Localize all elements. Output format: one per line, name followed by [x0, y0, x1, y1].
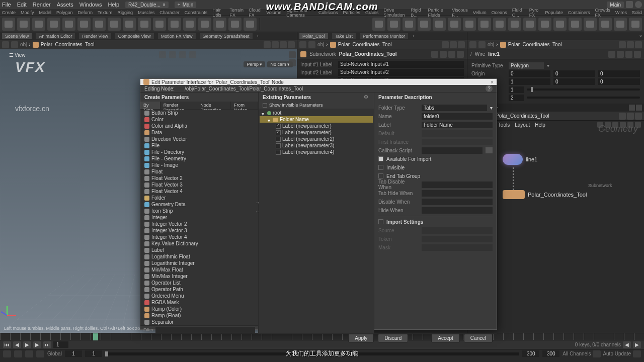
node-line1[interactable]: line1 [503, 154, 537, 165]
origin-z[interactable]: 0 [598, 70, 640, 77]
prim-type-dropdown[interactable]: Polygon [509, 62, 544, 69]
param-type-item[interactable]: Label [140, 247, 258, 253]
param-type-item[interactable]: Integer Vector 4 [140, 234, 258, 240]
ng-close-icon[interactable] [636, 105, 642, 111]
desktop-tab-2[interactable]: + Main [175, 2, 197, 8]
tab-render-view[interactable]: Render View [79, 33, 111, 39]
shelf-tab[interactable]: Texture [98, 10, 113, 15]
origin-y[interactable]: 0 [553, 70, 595, 77]
dropdown-icon[interactable]: ▾ [547, 63, 549, 68]
shelf-tab[interactable]: Polygon [56, 10, 73, 15]
mid-pin-icon[interactable] [442, 41, 449, 48]
select-tool-icon[interactable] [159, 51, 166, 58]
mid-float-icon[interactable] [458, 41, 465, 48]
shelf-tool-metaball[interactable] [228, 18, 242, 31]
filter-input[interactable] [155, 327, 255, 333]
nav-fwd-icon[interactable] [11, 41, 18, 48]
sb-scope-icon[interactable] [14, 350, 22, 357]
param-type-item[interactable]: Separator [140, 319, 258, 325]
param-type-item[interactable]: Ordered Menu [140, 293, 258, 299]
param-type-item[interactable]: Button Strip [140, 110, 258, 116]
drop-icon[interactable] [288, 41, 295, 48]
param-type-item[interactable]: Float Vector 2 [140, 175, 258, 182]
auto-update-label[interactable]: Auto Update [603, 351, 631, 356]
tree-leaf[interactable]: Label (newparameter3) [260, 142, 373, 149]
name-field[interactable]: folder0 [422, 113, 493, 120]
param-type-item[interactable]: Operator List [140, 280, 258, 286]
tab-motionfx[interactable]: Motion FX View [158, 33, 196, 39]
r-path-name[interactable]: Polar_Coordinates_Tool [508, 42, 562, 47]
param-type-item[interactable]: Direction Vector [140, 136, 258, 142]
close-icon[interactable]: × [491, 79, 494, 85]
prev-frame-icon[interactable]: ◀ [13, 341, 21, 348]
info-icon[interactable] [448, 51, 455, 58]
param-type-item[interactable]: File [140, 142, 258, 149]
shelf-tab[interactable]: Constraints [185, 10, 208, 15]
shelf-tool-distant[interactable] [387, 18, 400, 31]
help2-icon[interactable] [457, 51, 464, 58]
tree-leaf[interactable]: Label (newparameter) [260, 123, 373, 129]
show-invisible-row[interactable]: Show Invisible Parameters [259, 102, 374, 109]
shelf-tool-font[interactable] [183, 18, 196, 31]
range-end2[interactable]: 300 [522, 350, 539, 357]
tab-anim-editor[interactable]: Animation Editor [36, 33, 75, 39]
param-type-item[interactable]: Icon Strip [140, 208, 258, 214]
shelf-tab[interactable]: Fluid C... [512, 8, 524, 18]
r-fwd-icon[interactable] [478, 41, 486, 48]
import-checkbox[interactable] [378, 219, 383, 224]
shelf-tool-null[interactable] [77, 18, 91, 31]
shelf-tab[interactable]: Muscles [138, 10, 154, 15]
tab-node-props[interactable]: Node Properties [197, 102, 231, 109]
r-info-icon[interactable] [625, 51, 632, 58]
path-node-name[interactable]: Polar_Coordinates_Tool [41, 42, 95, 47]
shelf-tab[interactable]: Viscous F... [452, 8, 467, 18]
view-menu[interactable]: ☰View [9, 52, 26, 58]
shelf-tool-line[interactable] [93, 18, 106, 31]
shelf-tool-environment-light[interactable] [448, 18, 461, 31]
shelf-tool-l-system[interactable] [213, 18, 226, 31]
shelf-tab[interactable]: Wires [615, 10, 627, 15]
subnet-name[interactable]: Polar_Coordinates_Tool [339, 51, 397, 57]
shelf-tab[interactable]: Rigging [118, 10, 133, 15]
shelf-tab[interactable]: Pyro FX [529, 8, 540, 18]
param-type-item[interactable]: File - Image [140, 162, 258, 168]
shelf-tab[interactable]: Rigid B... [411, 8, 423, 18]
param-type-item[interactable]: Operator Path [140, 286, 258, 293]
menu-edit[interactable]: Edit [17, 2, 27, 8]
param-type-item[interactable]: Float Vector 4 [140, 188, 258, 195]
available-checkbox[interactable] [378, 156, 383, 161]
discard-button[interactable]: Discard [378, 334, 408, 342]
apply-button[interactable]: Apply [348, 334, 374, 342]
dialog-help-icon[interactable]: ? [486, 85, 493, 92]
camera-type-pill[interactable]: Persp ▾ [244, 61, 265, 67]
scale-tool-icon[interactable] [189, 51, 196, 58]
points-field[interactable]: 2 [509, 95, 524, 101]
invisible-checkbox[interactable] [378, 165, 383, 170]
last-frame-icon[interactable]: ⏭ [43, 341, 51, 348]
direction-z[interactable]: 0 [598, 78, 640, 85]
gear-icon[interactable] [431, 51, 438, 58]
line-name[interactable]: line1 [488, 51, 500, 57]
leaf-checkbox[interactable] [276, 137, 281, 142]
shelf-tool-draw-curve[interactable] [138, 18, 151, 31]
ng-menu-layout[interactable]: Layout [515, 122, 530, 128]
cancel-button[interactable]: Cancel [464, 334, 493, 342]
param-type-item[interactable]: Color and Alpha [140, 123, 258, 129]
all-channels-label[interactable]: All Channels [562, 351, 591, 356]
tab-composite[interactable]: Composite View [115, 33, 154, 39]
shelf-tab[interactable]: Drive Simulation [384, 8, 406, 18]
end-tab-checkbox[interactable] [378, 173, 383, 178]
existing-gear-icon[interactable]: ⚙ [364, 94, 370, 100]
shelf-tab[interactable]: Oceans [492, 10, 507, 15]
shelf-tab[interactable]: Create [2, 10, 16, 15]
help-icon[interactable] [635, 1, 642, 8]
shelf-tool-gi-light[interactable] [538, 18, 551, 31]
shelf-tool-path[interactable] [153, 18, 166, 31]
param-type-item[interactable]: Key-Value Dictionary [140, 240, 258, 247]
mid-back-icon[interactable] [299, 41, 306, 48]
nav-back-icon[interactable] [2, 41, 9, 48]
param-type-item[interactable]: Logarithmic Float [140, 253, 258, 260]
playhead[interactable] [93, 333, 98, 340]
param-type-item[interactable]: Folder [140, 195, 258, 201]
disable-field[interactable] [422, 199, 493, 205]
